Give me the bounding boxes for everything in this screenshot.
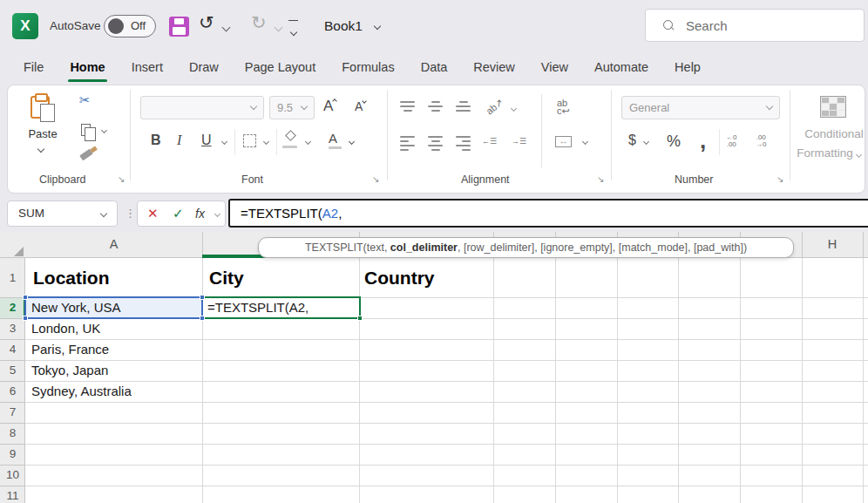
currency-button[interactable]: $ <box>628 133 636 148</box>
copy-chevron-icon[interactable] <box>101 127 107 133</box>
tab-draw[interactable]: Draw <box>176 52 232 85</box>
save-icon[interactable] <box>169 17 189 37</box>
paste-chevron-icon[interactable] <box>37 146 44 153</box>
align-right-icon[interactable] <box>456 136 471 151</box>
row-header-5[interactable]: 5 <box>0 360 25 381</box>
tab-help[interactable]: Help <box>661 52 714 85</box>
tab-formulas[interactable]: Formulas <box>329 52 407 85</box>
cell-b1[interactable]: City <box>209 258 244 297</box>
name-box-chevron-icon[interactable] <box>100 210 107 217</box>
increase-indent-icon[interactable]: →☰ <box>512 138 526 146</box>
row-header-3[interactable]: 3 <box>0 318 25 339</box>
conditional-formatting-label-2[interactable]: Formatting <box>776 146 868 160</box>
grow-font-button[interactable]: A <box>323 98 336 115</box>
currency-chevron-icon[interactable] <box>643 139 649 145</box>
tab-review[interactable]: Review <box>460 52 528 85</box>
name-box[interactable]: SUM <box>7 201 118 227</box>
undo-icon[interactable]: ↺ <box>199 12 214 33</box>
align-left-icon[interactable] <box>400 136 415 151</box>
borders-chevron-icon[interactable] <box>263 139 269 145</box>
row-header-1[interactable]: 1 <box>0 258 25 297</box>
workbook-title[interactable]: Book1 <box>324 0 363 52</box>
tab-automate[interactable]: Automate <box>581 52 661 85</box>
underline-chevron-icon[interactable] <box>221 139 227 145</box>
referenced-cell-a2[interactable]: New York, USA <box>24 296 203 319</box>
increase-decimal-button[interactable]: ←0.00 <box>726 134 736 148</box>
cell-a4[interactable]: Paris, France <box>31 339 109 360</box>
conditional-formatting-label-1[interactable]: Conditional <box>782 127 868 140</box>
cell-c1[interactable]: Country <box>364 258 435 297</box>
font-color-button[interactable]: A <box>329 131 342 149</box>
row-header-6[interactable]: 6 <box>0 381 25 402</box>
middle-align-icon[interactable] <box>428 101 443 112</box>
cell-a3[interactable]: London, UK <box>31 318 100 339</box>
copy-icon[interactable] <box>81 124 91 136</box>
column-header-a[interactable]: A <box>25 232 202 257</box>
underline-button[interactable]: U <box>201 133 212 148</box>
workbook-chevron-icon[interactable] <box>374 23 381 30</box>
font-size-combo[interactable]: 9.5 <box>269 96 315 119</box>
number-format-combo[interactable]: General <box>621 96 780 119</box>
top-align-icon[interactable] <box>400 101 415 112</box>
undo-chevron-icon[interactable] <box>222 24 231 32</box>
paste-button[interactable]: Paste <box>27 127 58 140</box>
cell-a6[interactable]: Sydney, Australia <box>31 381 132 402</box>
selection-handle-icon[interactable] <box>23 295 28 300</box>
tab-home[interactable]: Home <box>57 52 118 85</box>
column-header-h[interactable]: H <box>802 232 863 257</box>
row-header-4[interactable]: 4 <box>0 339 25 360</box>
borders-icon[interactable] <box>243 134 256 147</box>
selection-handle-icon[interactable] <box>200 316 205 321</box>
row-header-9[interactable]: 9 <box>0 444 25 465</box>
fill-color-chevron-icon[interactable] <box>305 139 311 145</box>
percent-button[interactable]: % <box>667 133 681 151</box>
bottom-align-icon[interactable] <box>456 101 471 112</box>
insert-function-button[interactable]: fx <box>195 201 205 226</box>
tab-view[interactable]: View <box>528 52 581 85</box>
autosave-toggle[interactable]: Off <box>104 15 156 37</box>
orientation-chevron-icon[interactable] <box>511 105 517 112</box>
fill-color-icon[interactable] <box>285 130 296 141</box>
row-header-10[interactable]: 10 <box>0 465 25 486</box>
row-header-11[interactable]: 11 <box>0 486 25 503</box>
cut-icon[interactable]: ✂ <box>79 92 91 108</box>
decrease-indent-icon[interactable]: ←☰ <box>482 138 497 146</box>
tab-page-layout[interactable]: Page Layout <box>232 52 329 85</box>
decrease-decimal-button[interactable]: .00→0 <box>756 134 766 148</box>
bold-button[interactable]: B <box>151 133 161 148</box>
paste-icon[interactable] <box>31 96 50 119</box>
format-painter-icon[interactable] <box>79 149 92 161</box>
number-dialog-launcher-icon[interactable]: ↘ <box>776 174 783 184</box>
tab-data[interactable]: Data <box>408 52 461 85</box>
formula-bar-input[interactable]: =TEXTSPLIT(A2, <box>228 199 868 228</box>
font-dialog-launcher-icon[interactable]: ↘ <box>372 174 379 184</box>
formula-bar-grip-icon[interactable]: ⋮ <box>125 201 136 227</box>
wrap-text-icon[interactable]: abc↩ <box>557 99 570 115</box>
fill-handle-icon[interactable] <box>357 316 363 321</box>
italic-button[interactable]: I <box>177 133 181 148</box>
merge-chevron-icon[interactable] <box>582 139 588 145</box>
row-header-7[interactable]: 7 <box>0 402 25 423</box>
orientation-icon[interactable]: ab↗ <box>485 98 505 116</box>
cell-a1[interactable]: Location <box>33 258 110 297</box>
row-header-8[interactable]: 8 <box>0 423 25 444</box>
shrink-font-button[interactable]: A <box>355 99 366 113</box>
cell-a5[interactable]: Tokyo, Japan <box>31 360 108 381</box>
align-center-icon[interactable] <box>428 136 443 151</box>
enter-icon[interactable]: ✓ <box>173 201 184 226</box>
insert-function-chevron-icon[interactable] <box>214 211 220 217</box>
comma-style-button[interactable]: , <box>700 127 706 154</box>
selection-handle-icon[interactable] <box>23 316 28 321</box>
row-header-2[interactable]: 2 <box>0 297 25 318</box>
font-name-combo[interactable] <box>140 96 264 119</box>
active-cell-b2[interactable]: =TEXTSPLIT(A2, <box>201 296 361 319</box>
conditional-formatting-icon[interactable] <box>820 96 846 118</box>
font-color-chevron-icon[interactable] <box>349 139 355 145</box>
alignment-dialog-launcher-icon[interactable]: ↘ <box>597 174 604 184</box>
search-box[interactable] <box>645 9 865 42</box>
tab-insert[interactable]: Insert <box>119 52 176 85</box>
search-input[interactable] <box>686 18 834 33</box>
select-all-icon[interactable] <box>14 247 24 256</box>
selection-handle-icon[interactable] <box>200 295 205 300</box>
merge-center-icon[interactable]: ↔ <box>555 136 572 147</box>
